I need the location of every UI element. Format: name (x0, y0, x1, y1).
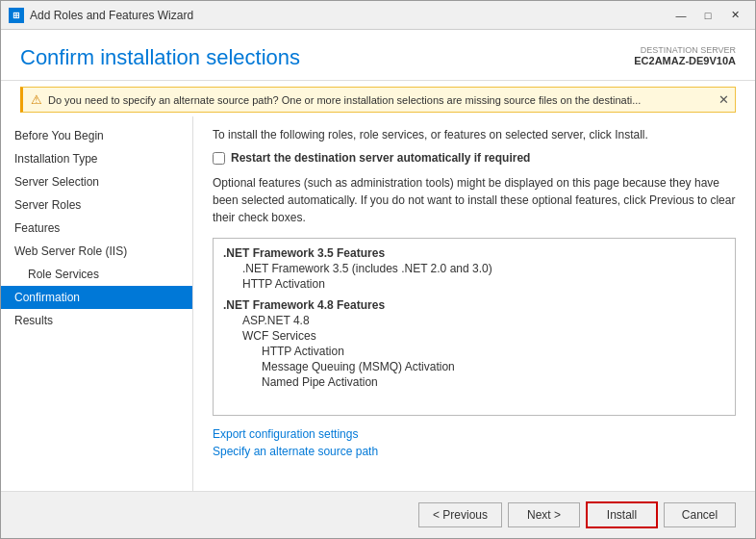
net35-http-activation: HTTP Activation (223, 277, 725, 291)
net35-group-title: .NET Framework 3.5 Features (223, 246, 725, 260)
sidebar-item-server-roles[interactable]: Server Roles (1, 193, 192, 217)
restart-checkbox[interactable] (213, 152, 225, 165)
next-button[interactable]: Next > (508, 502, 580, 527)
title-bar: ⊞ Add Roles and Features Wizard — □ ✕ (1, 1, 755, 30)
restart-checkbox-row: Restart the destination server automatic… (213, 151, 736, 165)
feature-group-net35: .NET Framework 3.5 Features .NET Framewo… (223, 246, 725, 291)
previous-button[interactable]: < Previous (418, 502, 502, 527)
wcf-services-item: WCF Services (223, 329, 725, 343)
named-pipe-activation: Named Pipe Activation (223, 375, 725, 389)
alert-close-button[interactable]: ✕ (718, 92, 729, 107)
server-name: EC2AMAZ-DE9V10A (634, 55, 736, 66)
title-main: installation selections (94, 45, 300, 69)
links-section: Export configuration settings Specify an… (213, 427, 736, 458)
title-confirm: Confirm (20, 45, 94, 69)
sidebar-item-web-server-role--iis-[interactable]: Web Server Role (IIS) (1, 240, 192, 263)
net35-framework-item: .NET Framework 3.5 (includes .NET 2.0 an… (223, 262, 725, 275)
minimize-button[interactable]: — (668, 6, 693, 25)
sidebar-item-features[interactable]: Features (1, 217, 192, 240)
warning-icon: ⚠ (31, 92, 42, 107)
page-header: Confirm installation selections DESTINAT… (1, 30, 755, 81)
destination-info: DESTINATION SERVER EC2AMAZ-DE9V10A (634, 45, 736, 66)
feature-group-net48: .NET Framework 4.8 Features ASP.NET 4.8 … (223, 298, 725, 389)
wizard-footer: < Previous Next > Install Cancel (1, 491, 755, 538)
alert-text: Do you need to specify an alternate sour… (48, 94, 727, 106)
alternate-source-link[interactable]: Specify an alternate source path (213, 445, 736, 458)
sidebar-item-role-services[interactable]: Role Services (1, 263, 192, 286)
sidebar-item-results[interactable]: Results (1, 309, 192, 332)
aspnet48-item: ASP.NET 4.8 (223, 314, 725, 327)
sidebar-item-before-you-begin[interactable]: Before You Begin (1, 124, 192, 147)
sidebar-item-confirmation[interactable]: Confirmation (1, 286, 192, 309)
install-button[interactable]: Install (586, 501, 658, 528)
window-title: Add Roles and Features Wizard (30, 9, 668, 22)
sidebar-item-server-selection[interactable]: Server Selection (1, 170, 192, 193)
features-list-box[interactable]: .NET Framework 3.5 Features .NET Framewo… (213, 238, 736, 416)
destination-label: DESTINATION SERVER (634, 45, 736, 55)
msmq-activation: Message Queuing (MSMQ) Activation (223, 360, 725, 373)
restart-label: Restart the destination server automatic… (231, 151, 530, 165)
wizard-window: ⊞ Add Roles and Features Wizard — □ ✕ Co… (0, 0, 756, 539)
content-intro: To install the following roles, role ser… (213, 128, 736, 141)
export-config-link[interactable]: Export configuration settings (213, 427, 736, 441)
optional-features-text: Optional features (such as administratio… (213, 174, 736, 226)
app-icon: ⊞ (9, 8, 24, 23)
sidebar: Before You BeginInstallation TypeServer … (1, 116, 193, 491)
app-icon-symbol: ⊞ (13, 11, 20, 20)
close-button[interactable]: ✕ (722, 6, 747, 25)
page-title: Confirm installation selections (20, 45, 300, 70)
net48-group-title: .NET Framework 4.8 Features (223, 298, 725, 312)
content-area: To install the following roles, role ser… (193, 116, 755, 491)
sidebar-item-installation-type[interactable]: Installation Type (1, 147, 192, 170)
maximize-button[interactable]: □ (695, 6, 720, 25)
http-activation-wcf: HTTP Activation (223, 345, 725, 358)
main-content: Before You BeginInstallation TypeServer … (1, 116, 755, 491)
alert-bar: ⚠ Do you need to specify an alternate so… (20, 87, 736, 113)
cancel-button[interactable]: Cancel (664, 502, 736, 527)
window-controls: — □ ✕ (668, 6, 747, 25)
